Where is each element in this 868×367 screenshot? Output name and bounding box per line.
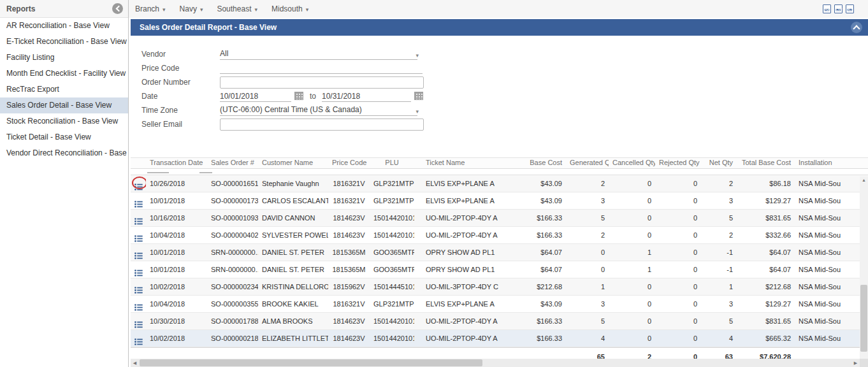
cell-generated_qty: 3 bbox=[566, 296, 609, 312]
row-menu-icon[interactable] bbox=[134, 197, 143, 209]
chevron-down-icon: ▾ bbox=[200, 6, 203, 13]
cell-generated_qty: 0 bbox=[566, 261, 609, 278]
cell-customer_name: ELIZABETH LITTLETON bbox=[258, 330, 328, 347]
cell-installation: NSA Mid-Sou bbox=[795, 296, 860, 312]
row-menu-icon[interactable] bbox=[134, 180, 143, 192]
row-icon-cell bbox=[131, 244, 146, 261]
sidebar-item[interactable]: RecTrac Export bbox=[0, 82, 128, 97]
column-header-sales_order[interactable]: Sales Order # bbox=[207, 158, 258, 168]
vertical-scroll-thumb[interactable] bbox=[860, 285, 867, 352]
cell-cancelled_qty: 0 bbox=[609, 175, 655, 192]
column-header-installation[interactable]: Installation bbox=[795, 158, 860, 168]
cell-sales_order: SRN-0000000... bbox=[207, 244, 258, 261]
sidebar-item[interactable]: Ticket Detail - Base View bbox=[0, 129, 128, 145]
menu-branch[interactable]: Branch▾ bbox=[135, 4, 166, 13]
row-menu-icon[interactable] bbox=[134, 248, 143, 261]
sidebar-item[interactable]: Sales Order Detail - Base View bbox=[0, 97, 128, 113]
sidebar-item-label: Vendor Direct Reconciliation - Base View bbox=[6, 148, 128, 157]
menu-southeast[interactable]: Southeast▾ bbox=[217, 4, 257, 13]
horizontal-scrollbar[interactable]: ◀ ▶ bbox=[131, 359, 868, 367]
row-menu-icon[interactable] bbox=[134, 300, 143, 312]
cell-rejected_qty: 0 bbox=[655, 244, 701, 261]
cell-base_cost: $43.09 bbox=[516, 192, 566, 209]
cell-price_code: 1816321V bbox=[328, 192, 370, 209]
column-header-net_qty[interactable]: Net Qty bbox=[701, 158, 737, 168]
price-code-input[interactable] bbox=[220, 62, 423, 74]
row-icon-cell bbox=[131, 330, 146, 347]
pdf-export-icon[interactable]: PDF bbox=[823, 4, 831, 13]
column-header-customer_name[interactable]: Customer Name bbox=[258, 158, 328, 168]
cell-plu: GLP321MTP bbox=[370, 192, 414, 209]
scroll-right-icon[interactable]: ▶ bbox=[851, 359, 860, 367]
panel-collapse-icon[interactable] bbox=[851, 22, 862, 33]
seller-email-input[interactable] bbox=[220, 119, 424, 131]
row-menu-icon[interactable] bbox=[134, 266, 143, 278]
cell-net_qty: 3 bbox=[701, 192, 737, 209]
cell-installation: NSA Mid-Sou bbox=[795, 227, 860, 243]
cell-cancelled_qty: 1 bbox=[609, 244, 655, 261]
scroll-up-icon[interactable]: ▲ bbox=[860, 176, 868, 184]
sidebar-item[interactable]: Vendor Direct Reconciliation - Base View bbox=[0, 145, 128, 161]
cell-rejected_qty: 0 bbox=[655, 296, 701, 312]
sidebar-item-label: AR Reconciliation - Base View bbox=[6, 21, 110, 30]
cell-plu: 150144201014 bbox=[370, 210, 414, 226]
sidebar-item[interactable]: Stock Reconciliation - Base View bbox=[0, 113, 128, 129]
sidebar-collapse-icon[interactable] bbox=[112, 3, 123, 14]
chevron-down-icon: ▾ bbox=[163, 6, 166, 13]
time-zone-select[interactable]: (UTC-06:00) Central Time (US & Canada) ▾ bbox=[220, 104, 417, 116]
cell-price_code: 1815365M bbox=[328, 244, 370, 261]
column-header-base_cost[interactable]: Base Cost bbox=[516, 158, 566, 168]
order-number-input[interactable] bbox=[220, 76, 424, 89]
cell-total_base_cost: $212.68 bbox=[737, 278, 795, 295]
column-header-transaction_date[interactable]: Transaction Date bbox=[146, 158, 207, 168]
column-header-cancelled_qty[interactable]: Cancelled Qty bbox=[609, 158, 655, 168]
sidebar-item[interactable]: AR Reconciliation - Base View bbox=[0, 18, 128, 34]
menu-label: Midsouth bbox=[271, 4, 303, 13]
results-grid: Transaction DateSales Order #Customer Na… bbox=[131, 157, 868, 366]
scroll-left-icon[interactable]: ◀ bbox=[131, 359, 139, 367]
cell-base_cost: $64.07 bbox=[516, 244, 566, 261]
calendar-icon[interactable] bbox=[294, 92, 303, 100]
sidebar-item[interactable]: E-Ticket Reconciliation - Base View bbox=[0, 34, 128, 50]
clipped-row-remnant bbox=[131, 169, 868, 175]
date-to-input[interactable] bbox=[322, 90, 411, 102]
chevron-down-icon: ▾ bbox=[416, 50, 419, 61]
cell-price_code: 1816321V bbox=[328, 175, 370, 192]
csv-export-icon[interactable]: CSV bbox=[834, 4, 843, 13]
column-header-rejected_qty[interactable]: Rejected Qty bbox=[655, 158, 701, 168]
cell-sales_order: SO-0000002183 bbox=[207, 330, 258, 347]
vendor-select[interactable]: All ▾ bbox=[220, 48, 417, 60]
cell-net_qty: 5 bbox=[701, 210, 737, 226]
row-menu-icon[interactable] bbox=[134, 231, 143, 243]
cell-base_cost: $64.07 bbox=[516, 261, 566, 278]
column-header-plu[interactable]: PLU bbox=[370, 158, 414, 168]
row-icon-cell bbox=[131, 313, 146, 329]
sidebar-item[interactable]: Facility Listing bbox=[0, 50, 128, 66]
column-header-generated_qty[interactable]: Generated Qty bbox=[566, 158, 609, 168]
row-menu-icon[interactable] bbox=[134, 317, 143, 329]
cell-cancelled_qty: 0 bbox=[609, 192, 655, 209]
table-row: 10/30/2018SO-0000017884ALMA BROOKS181462… bbox=[131, 313, 868, 330]
cell-customer_name: ALMA BROOKS bbox=[258, 313, 328, 329]
cell-installation: NSA Mid-Sou bbox=[795, 175, 860, 192]
xls-export-icon[interactable]: XLS bbox=[846, 4, 854, 13]
sidebar-item[interactable]: Month End Checklist - Facility View bbox=[0, 66, 128, 82]
calendar-icon[interactable] bbox=[414, 92, 423, 100]
vertical-scrollbar[interactable]: ▲ ▼ bbox=[860, 176, 868, 367]
cell-plu: GLP321MTP bbox=[370, 175, 414, 192]
cell-rejected_qty: 0 bbox=[655, 330, 701, 347]
date-from-input[interactable] bbox=[220, 90, 291, 102]
menu-navy[interactable]: Navy▾ bbox=[180, 4, 203, 13]
row-menu-icon[interactable] bbox=[134, 283, 143, 295]
horizontal-scroll-thumb[interactable] bbox=[140, 359, 482, 366]
menu-midsouth[interactable]: Midsouth▾ bbox=[271, 4, 308, 13]
cell-ticket_name: UO-MIL-2PTOP-4DY A bbox=[414, 330, 516, 347]
cell-price_code: 1815962V bbox=[328, 278, 370, 295]
column-header-ticket_name[interactable]: Ticket Name bbox=[414, 158, 516, 168]
column-header-total_base_cost[interactable]: Total Base Cost bbox=[737, 158, 795, 168]
cell-plu: GOO365MTP bbox=[370, 244, 414, 261]
row-menu-icon[interactable] bbox=[134, 214, 143, 226]
column-header-price_code[interactable]: Price Code bbox=[328, 158, 370, 168]
row-menu-icon[interactable] bbox=[134, 335, 143, 347]
sidebar-item-label: Month End Checklist - Facility View bbox=[6, 69, 126, 78]
